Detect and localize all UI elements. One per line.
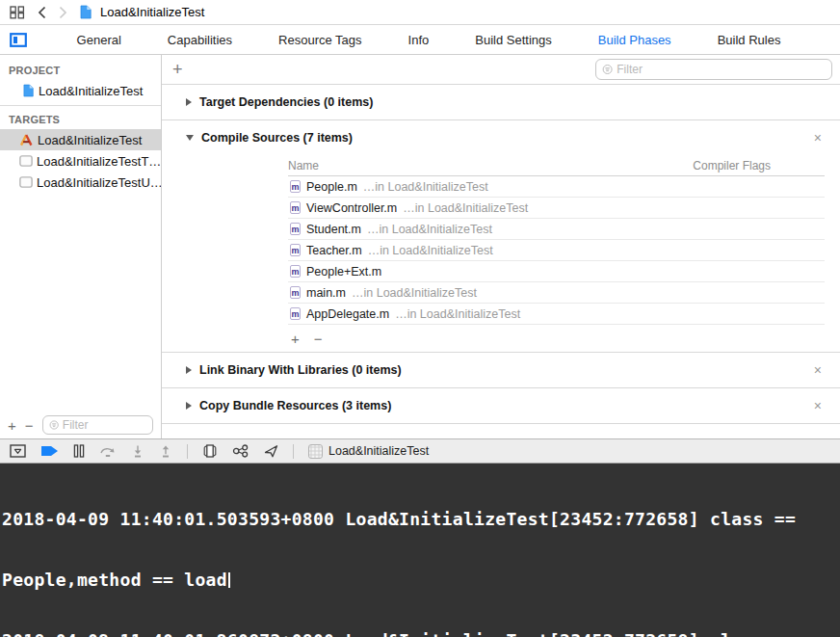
project-file-icon [80,5,92,19]
table-row[interactable]: m AppDelegate.m …in Load&InitializeTest [288,304,825,325]
tab-overview-icon[interactable] [10,6,25,19]
sidebar-list: PROJECT Load&InitializeTest TARGETS [0,55,161,411]
test-target-icon [19,155,33,167]
filter-icon [602,64,613,75]
phases-filter-field[interactable] [595,59,832,80]
table-footer: + − [288,325,825,352]
m-file-icon: m [290,286,301,299]
section-title: Copy Bundle Resources (3 items) [199,399,391,412]
section-title: Compile Sources (7 items) [201,131,353,145]
sidebar-filter-field[interactable] [42,415,153,435]
add-file-button[interactable]: + [291,331,300,347]
window-toolbar: Load&InitializeTest [0,0,840,25]
simulate-location-icon[interactable] [264,444,278,458]
pause-icon[interactable] [73,444,85,458]
sidebar-item-target-app[interactable]: Load&InitializeTest [0,129,161,150]
disclosure-collapsed-icon[interactable] [186,366,192,374]
standard-editor-icon[interactable] [10,33,27,47]
settings-tabs: General Capabilities Resource Tags Info … [27,33,830,47]
table-row[interactable]: m Student.m …in Load&InitializeTest [288,219,825,240]
column-name: Name [288,159,319,173]
debug-bar: Load&InitializeTest [0,438,840,464]
app-target-icon [19,133,34,146]
section-copy-bundle-resources[interactable]: Copy Bundle Resources (3 items) × [162,388,840,423]
m-file-icon: m [290,307,301,320]
project-sidebar: PROJECT Load&InitializeTest TARGETS [0,55,162,438]
compile-sources-table: Name Compiler Flags m People.m …in Load&… [288,155,825,352]
continue-execution-button[interactable] [40,445,59,457]
m-file-icon: m [290,201,301,214]
tab-general[interactable]: General [77,33,121,47]
close-section-button[interactable]: × [814,399,822,412]
sidebar-item-target-uitests[interactable]: Load&InitializeTestU… [0,172,161,193]
tab-resource-tags[interactable]: Resource Tags [278,33,361,47]
tab-build-settings[interactable]: Build Settings [475,33,552,47]
project-item-label: Load&InitializeTest [39,84,143,98]
step-over-icon[interactable] [99,445,117,458]
sidebar-footer: + − [0,411,161,438]
section-link-binary[interactable]: Link Binary With Libraries (0 items) × [162,353,840,387]
table-row[interactable]: m ViewController.m …in Load&InitializeTe… [288,198,825,219]
filter-icon [49,419,59,431]
tab-build-phases[interactable]: Build Phases [598,33,671,47]
memory-graph-icon[interactable] [232,444,249,458]
remove-target-button[interactable]: − [25,418,34,433]
window-title: Load&InitializeTest [100,5,204,19]
target-item-label: Load&InitializeTestU… [37,175,161,190]
section-target-dependencies[interactable]: Target Dependencies (0 items) [162,85,840,119]
disclosure-collapsed-icon[interactable] [186,98,192,106]
disclosure-expanded-icon[interactable] [186,135,194,141]
app-badge-icon [308,444,323,459]
xcode-window: Load&InitializeTest General Capabilities… [0,0,840,637]
divider [162,423,840,424]
table-header-row: Name Compiler Flags [288,155,825,176]
debug-bar-separator [187,444,188,459]
phases-toolbar: + [162,55,840,84]
process-chip[interactable]: Load&InitializeTest [308,444,429,459]
project-section-header: PROJECT [0,61,161,80]
table-row[interactable]: m main.m …in Load&InitializeTest [288,282,825,304]
console-line: People,method == load [2,570,840,590]
m-file-icon: m [290,244,301,256]
step-into-icon[interactable] [131,445,144,458]
debug-console[interactable]: 2018-04-09 11:40:01.503593+0800 Load&Ini… [0,464,840,637]
hide-debug-area-button[interactable] [10,444,26,458]
console-line: 2018-04-09 11:40:01.503593+0800 Load&Ini… [2,509,840,529]
close-section-button[interactable]: × [814,131,822,145]
sidebar-item-project[interactable]: Load&InitializeTest [0,80,161,101]
view-hierarchy-debugger-icon[interactable] [202,444,218,458]
target-item-label: Load&InitializeTestT… [37,154,161,169]
forward-button[interactable] [59,6,67,19]
remove-file-button[interactable]: − [314,331,323,347]
m-file-icon: m [290,223,301,235]
close-section-button[interactable]: × [814,363,822,377]
back-button[interactable] [38,6,46,19]
debug-bar-separator [293,444,294,459]
sidebar-item-target-tests[interactable]: Load&InitializeTestT… [0,150,161,172]
m-file-icon: m [290,180,301,193]
add-target-button[interactable]: + [8,418,16,433]
table-row[interactable]: m Teacher.m …in Load&InitializeTest [288,240,825,261]
test-target-icon [19,176,33,188]
tab-capabilities[interactable]: Capabilities [168,33,232,47]
add-build-phase-button[interactable]: + [172,61,183,78]
section-compile-sources[interactable]: Compile Sources (7 items) × [162,120,840,155]
sidebar-filter-input[interactable] [63,418,146,432]
targets-section-header: TARGETS [0,110,161,129]
target-item-label: Load&InitializeTest [38,133,142,147]
m-file-icon: m [290,265,301,278]
section-title: Link Binary With Libraries (0 items) [199,363,402,377]
step-out-icon[interactable] [159,445,172,458]
column-compiler-flags: Compiler Flags [693,159,825,173]
table-row[interactable]: m People+Ext.m [288,261,825,282]
table-row[interactable]: m People.m …in Load&InitializeTest [288,176,825,198]
content-area: PROJECT Load&InitializeTest TARGETS [0,55,840,438]
editor-tab-bar: General Capabilities Resource Tags Info … [0,25,840,55]
tab-build-rules[interactable]: Build Rules [718,33,781,47]
tab-info[interactable]: Info [408,33,430,47]
build-phases-panel: + Target Dependencies (0 items) Compile … [162,55,840,438]
sidebar-divider [0,105,161,106]
project-file-icon [23,84,34,97]
phases-filter-input[interactable] [617,63,826,76]
disclosure-collapsed-icon[interactable] [186,402,192,410]
